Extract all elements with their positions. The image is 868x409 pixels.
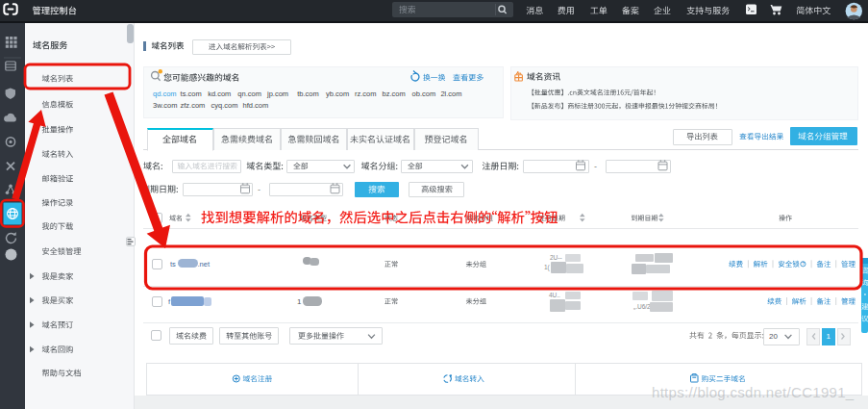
svg-text:?: ? bbox=[802, 262, 805, 267]
